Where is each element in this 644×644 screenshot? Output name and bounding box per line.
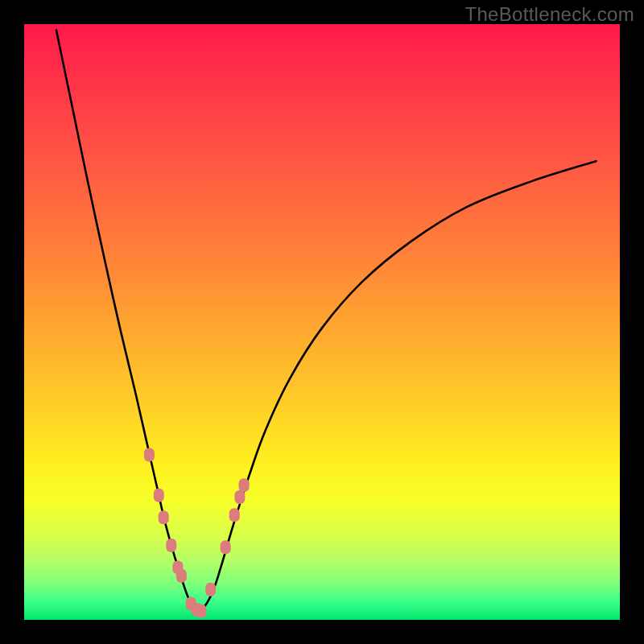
plot-area <box>24 24 620 620</box>
scatter-markers <box>144 448 250 618</box>
scatter-marker <box>221 540 231 554</box>
scatter-marker <box>205 583 216 597</box>
scatter-marker <box>234 490 245 504</box>
scatter-marker <box>196 604 206 617</box>
right-curve <box>197 161 596 611</box>
left-curve <box>56 30 197 611</box>
chart-svg <box>24 24 620 620</box>
scatter-marker <box>166 539 176 552</box>
scatter-marker <box>239 478 250 492</box>
scatter-marker <box>229 508 240 522</box>
scatter-marker <box>176 569 187 583</box>
scatter-marker <box>159 510 169 524</box>
watermark-text: TheBottleneck.com <box>464 3 634 26</box>
chart-frame: TheBottleneck.com <box>0 0 644 644</box>
scatter-marker <box>154 489 164 502</box>
scatter-marker <box>144 448 155 462</box>
